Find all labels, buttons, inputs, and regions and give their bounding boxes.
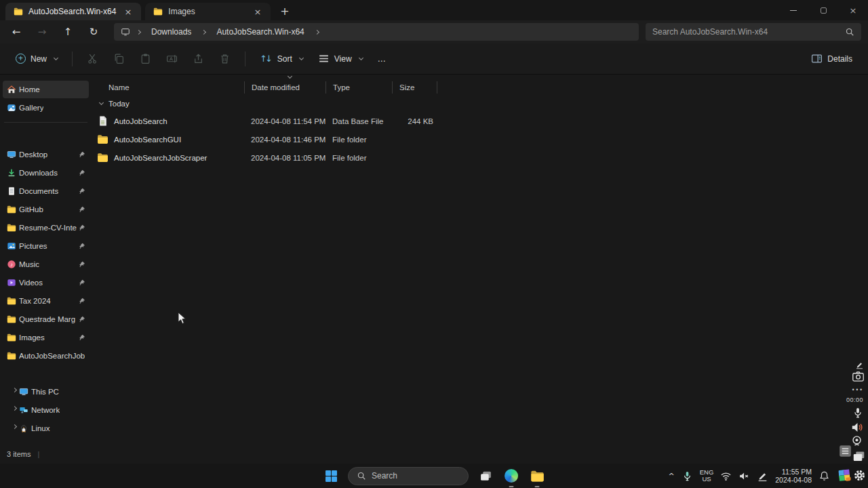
folder-icon bbox=[14, 7, 23, 16]
expand-chevron-icon[interactable] bbox=[12, 406, 17, 411]
share-button[interactable] bbox=[186, 48, 210, 69]
chevron-right-icon bbox=[315, 29, 319, 34]
sort-button[interactable]: ↑↓ Sort bbox=[254, 49, 309, 68]
view-button[interactable]: View bbox=[312, 48, 369, 69]
chevron-down-icon bbox=[299, 55, 304, 60]
clock[interactable]: 11:55 PM 2024-04-08 bbox=[775, 468, 812, 484]
microphone-tray-icon[interactable] bbox=[682, 470, 693, 482]
wifi-icon[interactable] bbox=[720, 470, 732, 482]
file-row[interactable]: AutoJobSearchJobScraper 2024-04-08 11:05… bbox=[92, 148, 868, 167]
close-icon[interactable]: × bbox=[251, 7, 264, 17]
desktop-icon bbox=[7, 150, 16, 159]
sidebar-item-desktop[interactable]: Desktop bbox=[3, 146, 89, 163]
sidebar-item-home[interactable]: Home bbox=[3, 81, 89, 98]
toolbar-divider bbox=[72, 52, 73, 66]
close-button[interactable]: × bbox=[838, 0, 868, 20]
sidebar-item-videos[interactable]: Videos bbox=[3, 274, 89, 291]
sidebar-item-tax-2024[interactable]: Tax 2024 bbox=[3, 292, 89, 310]
pen-icon[interactable] bbox=[757, 470, 768, 482]
notification-bell-icon[interactable] bbox=[818, 470, 830, 482]
recorder-more-icon[interactable]: ••• bbox=[852, 387, 863, 393]
column-header-size[interactable]: Size bbox=[392, 81, 437, 94]
hidden-icons-chevron[interactable]: ^ bbox=[668, 472, 674, 481]
paste-icon bbox=[140, 53, 151, 64]
close-icon[interactable]: × bbox=[121, 7, 134, 17]
file-row[interactable]: AutoJobSearch 2024-04-08 11:54 PM Data B… bbox=[92, 112, 868, 130]
sidebar-item-label: Gallery bbox=[19, 104, 43, 112]
paste-button[interactable] bbox=[134, 48, 157, 69]
cut-button[interactable] bbox=[81, 48, 104, 69]
forward-button[interactable]: → bbox=[30, 22, 54, 41]
sidebar-item-resume-cv[interactable]: Resume-CV-Inte bbox=[3, 219, 89, 237]
start-button[interactable] bbox=[322, 467, 340, 485]
new-tab-button[interactable]: + bbox=[271, 3, 298, 20]
sidebar-item-music[interactable]: Music bbox=[3, 256, 89, 273]
minimize-button[interactable] bbox=[778, 0, 808, 20]
sidebar-item-images[interactable]: Images bbox=[3, 329, 89, 346]
details-button[interactable]: Details bbox=[805, 48, 859, 69]
recorder-mic-icon[interactable] bbox=[852, 407, 864, 422]
sidebar-item-label: GitHub bbox=[19, 205, 43, 214]
folder-icon bbox=[97, 152, 108, 163]
pin-icon bbox=[79, 298, 85, 304]
file-type: Data Base File bbox=[326, 117, 392, 125]
task-view-button[interactable] bbox=[477, 467, 494, 485]
pin-icon bbox=[79, 224, 85, 231]
breadcrumb-item-current[interactable]: AutoJobSearch.Win-x64 bbox=[212, 26, 308, 38]
sidebar-item-linux[interactable]: Linux bbox=[3, 420, 89, 437]
file-name: AutoJobSearchJobScraper bbox=[114, 154, 207, 162]
rename-button[interactable] bbox=[160, 48, 184, 69]
back-button[interactable]: ← bbox=[4, 22, 28, 41]
more-options-button[interactable]: … bbox=[372, 49, 392, 68]
sidebar-item-network[interactable]: Network bbox=[3, 401, 89, 419]
tab-images[interactable]: Images × bbox=[145, 3, 271, 20]
sidebar-item-this-pc[interactable]: This PC bbox=[3, 383, 89, 401]
file-explorer-button[interactable] bbox=[528, 467, 546, 485]
window-stack-icon[interactable] bbox=[852, 450, 865, 466]
refresh-button[interactable]: ↻ bbox=[81, 22, 106, 41]
sidebar-item-gallery[interactable]: Gallery bbox=[3, 99, 89, 117]
folder-icon bbox=[7, 333, 16, 342]
file-row[interactable]: AutoJobSearchGUI 2024-04-08 11:46 PM Fil… bbox=[92, 130, 868, 148]
recorder-camera-icon[interactable] bbox=[852, 370, 865, 386]
tab-autojobsearch[interactable]: AutoJobSearch.Win-x64 × bbox=[5, 3, 141, 20]
column-header-date-modified[interactable]: Date modified bbox=[244, 81, 326, 94]
column-header-name[interactable]: Name bbox=[92, 81, 244, 94]
breadcrumb-item-downloads[interactable]: Downloads bbox=[147, 26, 195, 38]
address-bar: ← → ↑ ↻ Downloads AutoJobSearch.Win-x64 bbox=[0, 20, 868, 43]
group-header-today[interactable]: Today bbox=[92, 96, 868, 112]
sidebar-item-documents[interactable]: Documents bbox=[3, 182, 89, 200]
collapse-chevron-icon bbox=[99, 100, 104, 105]
breadcrumb[interactable]: Downloads AutoJobSearch.Win-x64 bbox=[114, 23, 639, 41]
pin-icon bbox=[79, 188, 85, 195]
volume-muted-icon[interactable] bbox=[738, 470, 750, 482]
expand-chevron-icon[interactable] bbox=[12, 388, 17, 392]
desktop-location-icon bbox=[121, 27, 130, 37]
new-button[interactable]: + New bbox=[9, 49, 64, 68]
file-explorer-icon bbox=[530, 469, 545, 483]
column-header-type[interactable]: Type bbox=[326, 81, 392, 94]
recorder-webcam-icon[interactable] bbox=[850, 434, 863, 450]
capture-list-icon[interactable] bbox=[839, 445, 852, 460]
sidebar-item-github[interactable]: GitHub bbox=[3, 201, 89, 218]
search-input[interactable] bbox=[652, 27, 845, 37]
sidebar-item-questrade[interactable]: Questrade Marg bbox=[3, 310, 89, 328]
up-button[interactable]: ↑ bbox=[56, 22, 80, 41]
edge-browser-button[interactable] bbox=[502, 467, 520, 485]
sidebar-item-downloads[interactable]: Downloads bbox=[3, 164, 89, 182]
folder-icon bbox=[7, 223, 16, 232]
maximize-button[interactable] bbox=[808, 0, 838, 20]
delete-button[interactable] bbox=[213, 48, 237, 69]
language-indicator[interactable]: ENG US bbox=[700, 469, 714, 483]
group-label: Today bbox=[108, 100, 130, 108]
recorder-timer: 00:00 bbox=[846, 396, 863, 403]
gear-icon[interactable] bbox=[853, 469, 866, 485]
taskbar: Search ^ ENG US 11:55 PM 2024-04-08 bbox=[0, 464, 868, 488]
sidebar-item-pictures[interactable]: Pictures bbox=[3, 237, 89, 255]
copy-button[interactable] bbox=[107, 48, 131, 69]
network-icon bbox=[19, 405, 28, 415]
expand-chevron-icon[interactable] bbox=[12, 424, 17, 429]
taskbar-search[interactable]: Search bbox=[348, 467, 469, 485]
sidebar-item-autojobsearchjobs[interactable]: AutoJobSearchJobS bbox=[3, 347, 89, 365]
capture-app-icon[interactable] bbox=[839, 470, 850, 481]
